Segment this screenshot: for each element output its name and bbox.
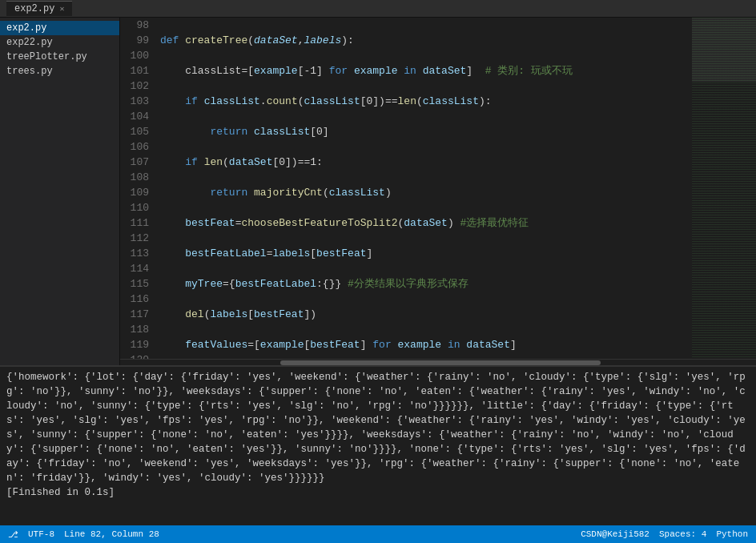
editor-area: exp2.py exp22.py treePlotter.py trees.py… xyxy=(0,18,756,365)
code-panel: 98 99 100 101 102 103 104 105 106 107 10… xyxy=(120,18,756,365)
output-panel: {'homework': {'lot': {'day': {'friday': … xyxy=(0,365,756,525)
watermark: CSDN@Keiji582 xyxy=(581,529,649,539)
sidebar-item-treeplotter[interactable]: treePlotter.py xyxy=(0,50,119,64)
active-tab[interactable]: exp2.py ✕ xyxy=(6,1,72,16)
sidebar: exp2.py exp22.py treePlotter.py trees.py xyxy=(0,18,120,365)
spaces-setting[interactable]: Spaces: 4 xyxy=(659,529,706,539)
sidebar-item-trees[interactable]: trees.py xyxy=(0,64,119,78)
line-numbers: 98 99 100 101 102 103 104 105 106 107 10… xyxy=(120,18,157,359)
horizontal-scrollbar[interactable] xyxy=(120,359,756,365)
sidebar-item-exp22[interactable]: exp22.py xyxy=(0,35,119,50)
status-bar: ⎇ UTF-8 Line 82, Column 28 CSDN@Keiji582… xyxy=(0,525,756,543)
output-content: {'homework': {'lot': {'day': {'friday': … xyxy=(0,367,756,525)
git-icon: ⎇ xyxy=(8,529,18,540)
minimap-highlight xyxy=(692,18,756,82)
encoding-status[interactable]: UTF-8 xyxy=(28,529,54,539)
sidebar-item-exp2[interactable]: exp2.py xyxy=(0,21,119,35)
language-mode[interactable]: Python xyxy=(716,529,748,539)
code-content[interactable]: def createTree(dataSet,labels): classLis… xyxy=(157,18,692,359)
minimap xyxy=(692,18,756,359)
scrollbar-thumb[interactable] xyxy=(280,360,601,365)
tab-filename: exp2.py xyxy=(14,3,54,14)
close-tab-icon[interactable]: ✕ xyxy=(59,4,64,14)
cursor-position[interactable]: Line 82, Column 28 xyxy=(64,529,159,539)
status-right: CSDN@Keiji582 Spaces: 4 Python xyxy=(581,529,748,539)
code-lines: 98 99 100 101 102 103 104 105 106 107 10… xyxy=(120,18,756,359)
status-left: ⎇ UTF-8 Line 82, Column 28 xyxy=(8,529,159,540)
title-bar: exp2.py ✕ xyxy=(0,0,756,18)
